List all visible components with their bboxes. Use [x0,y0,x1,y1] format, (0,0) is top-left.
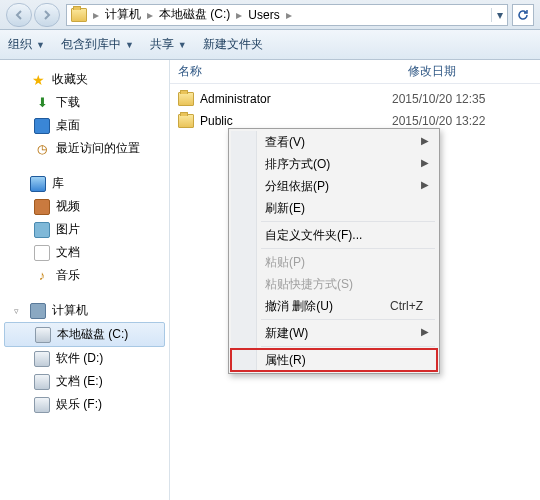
column-name[interactable]: 名称 [170,63,400,80]
star-icon: ★ [30,72,46,88]
sidebar-item-pictures[interactable]: 图片 [0,218,169,241]
sidebar-item-videos[interactable]: 视频 [0,195,169,218]
context-menu-item-label: 粘贴(P) [265,254,305,271]
file-date-label: 2015/10/20 13:22 [392,114,532,128]
sidebar-item-downloads[interactable]: ⬇下载 [0,91,169,114]
refresh-button[interactable] [512,4,534,26]
sidebar-item-desktop[interactable]: 桌面 [0,114,169,137]
folder-icon [178,92,194,106]
computer-icon [30,303,46,319]
context-menu-item[interactable]: 属性(R) [231,349,437,371]
include-library-menu[interactable]: 包含到库中▼ [61,36,134,53]
library-icon [30,176,46,192]
chevron-right-icon[interactable]: ▸ [91,8,101,22]
toolbar: 组织▼ 包含到库中▼ 共享▼ 新建文件夹 [0,30,540,60]
context-menu-item[interactable]: 撤消 删除(U)Ctrl+Z [231,295,437,317]
sidebar-item-drive-d[interactable]: 软件 (D:) [0,347,169,370]
context-menu-separator [261,248,435,249]
sidebar-item-documents[interactable]: 文档 [0,241,169,264]
caret-down-icon: ▼ [125,40,134,50]
recent-icon: ◷ [34,141,50,157]
submenu-arrow-icon: ▶ [421,157,429,168]
sidebar-item-recent[interactable]: ◷最近访问的位置 [0,137,169,160]
sidebar: ★ 收藏夹 ⬇下载 桌面 ◷最近访问的位置 库 视频 图片 文档 ♪音乐 ▿ 计… [0,60,170,500]
document-icon [34,245,50,261]
new-folder-button[interactable]: 新建文件夹 [203,36,263,53]
nav-back-button[interactable] [6,3,32,27]
arrow-left-icon [13,9,25,21]
music-icon: ♪ [34,268,50,284]
arrow-right-icon [41,9,53,21]
context-menu-item[interactable]: 刷新(E) [231,197,437,219]
context-menu-item-label: 查看(V) [265,134,305,151]
submenu-arrow-icon: ▶ [421,135,429,146]
sidebar-item-drive-e[interactable]: 文档 (E:) [0,370,169,393]
sidebar-libraries-group: 库 视频 图片 文档 ♪音乐 [0,172,169,287]
breadcrumb[interactable]: ▸ 计算机 ▸ 本地磁盘 (C:) ▸ Users ▸ ▾ [66,4,508,26]
folder-icon [178,114,194,128]
expander-icon[interactable]: ▿ [14,306,24,316]
submenu-arrow-icon: ▶ [421,179,429,190]
drive-icon [34,374,50,390]
breadcrumb-item[interactable]: 计算机 [101,6,145,23]
context-menu-item: 粘贴快捷方式(S) [231,273,437,295]
context-menu-item-label: 自定义文件夹(F)... [265,227,362,244]
folder-icon [71,8,87,22]
caret-down-icon: ▼ [178,40,187,50]
context-menu-item-label: 分组依据(P) [265,178,329,195]
context-menu-item[interactable]: 自定义文件夹(F)... [231,224,437,246]
context-menu-item-label: 撤消 删除(U) [265,298,333,315]
context-menu-item[interactable]: 查看(V)▶ [231,131,437,153]
context-menu-item[interactable]: 分组依据(P)▶ [231,175,437,197]
context-menu-item-label: 属性(R) [265,352,306,369]
sidebar-favorites-group: ★ 收藏夹 ⬇下载 桌面 ◷最近访问的位置 [0,68,169,160]
context-menu-item[interactable]: 排序方式(O)▶ [231,153,437,175]
sidebar-item-drive-f[interactable]: 娱乐 (F:) [0,393,169,416]
chevron-right-icon[interactable]: ▸ [234,8,244,22]
context-menu-item-label: 粘贴快捷方式(S) [265,276,353,293]
sidebar-computer-group: ▿ 计算机 本地磁盘 (C:) 软件 (D:) 文档 (E:) 娱乐 (F:) [0,299,169,416]
context-menu-item-label: 新建(W) [265,325,308,342]
sidebar-computer-header[interactable]: ▿ 计算机 [0,299,169,322]
file-date-label: 2015/10/20 12:35 [392,92,532,106]
column-headers: 名称 修改日期 [170,60,540,84]
sidebar-favorites-header[interactable]: ★ 收藏夹 [0,68,169,91]
context-menu-item[interactable]: 新建(W)▶ [231,322,437,344]
context-menu-separator [261,221,435,222]
context-menu-shortcut: Ctrl+Z [390,299,423,313]
sidebar-item-drive-c[interactable]: 本地磁盘 (C:) [4,322,165,347]
sidebar-item-music[interactable]: ♪音乐 [0,264,169,287]
context-menu-separator [261,319,435,320]
submenu-arrow-icon: ▶ [421,326,429,337]
drive-icon [34,397,50,413]
breadcrumb-item[interactable]: Users [244,8,283,22]
file-row[interactable]: Administrator 2015/10/20 12:35 [170,88,540,110]
nav-forward-button[interactable] [34,3,60,27]
download-icon: ⬇ [34,95,50,111]
context-menu-item-label: 排序方式(O) [265,156,330,173]
share-menu[interactable]: 共享▼ [150,36,187,53]
chevron-right-icon[interactable]: ▸ [284,8,294,22]
desktop-icon [34,118,50,134]
context-menu-item: 粘贴(P) [231,251,437,273]
refresh-icon [516,8,530,22]
picture-icon [34,222,50,238]
context-menu: 查看(V)▶排序方式(O)▶分组依据(P)▶刷新(E)自定义文件夹(F)...粘… [228,128,440,374]
chevron-right-icon[interactable]: ▸ [145,8,155,22]
organize-menu[interactable]: 组织▼ [8,36,45,53]
drive-icon [34,351,50,367]
sidebar-libraries-header[interactable]: 库 [0,172,169,195]
video-icon [34,199,50,215]
caret-down-icon: ▼ [36,40,45,50]
breadcrumb-dropdown[interactable]: ▾ [491,8,507,22]
column-date[interactable]: 修改日期 [400,63,540,80]
breadcrumb-item[interactable]: 本地磁盘 (C:) [155,6,234,23]
titlebar: ▸ 计算机 ▸ 本地磁盘 (C:) ▸ Users ▸ ▾ [0,0,540,30]
context-menu-item-label: 刷新(E) [265,200,305,217]
context-menu-separator [261,346,435,347]
file-name-label: Administrator [200,92,271,106]
drive-icon [35,327,51,343]
file-name-label: Public [200,114,233,128]
